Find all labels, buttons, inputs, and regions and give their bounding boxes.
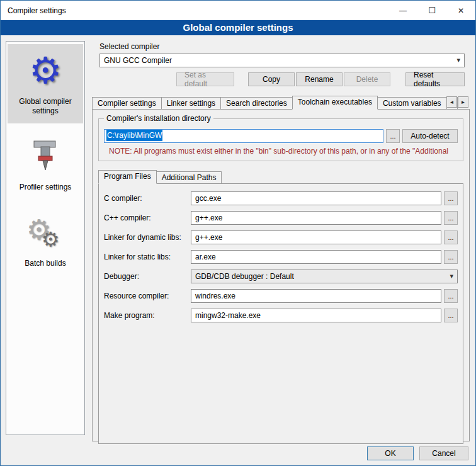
- cpp-compiler-label: C++ compiler:: [104, 213, 191, 222]
- dialog-header-title: Global compiler settings: [1, 20, 475, 35]
- settings-tabstrip: Compiler settings Linker settings Search…: [92, 95, 470, 109]
- copy-button[interactable]: Copy: [248, 72, 295, 86]
- tab-toolchain-executables[interactable]: Toolchain executables: [292, 96, 378, 110]
- make-program-row: Make program: mingw32-make.exe ...: [104, 309, 458, 322]
- static-linker-browse-button[interactable]: ...: [444, 250, 458, 264]
- ok-button[interactable]: OK: [367, 446, 414, 460]
- c-compiler-label: C compiler:: [104, 194, 191, 203]
- make-program-value: mingw32-make.exe: [195, 311, 261, 320]
- resource-compiler-value: windres.exe: [195, 292, 235, 300]
- dynamic-linker-row: Linker for dynamic libs: g++.exe ...: [104, 230, 458, 244]
- tab-scroll-right-icon[interactable]: ►: [458, 96, 468, 108]
- window-title: Compiler settings: [1, 6, 388, 15]
- cpp-compiler-value: g++.exe: [195, 213, 222, 222]
- settings-sidebar: ⚙ Global compiler settings Profiler sett…: [6, 41, 85, 435]
- debugger-label: Debugger:: [104, 272, 191, 281]
- c-compiler-value: gcc.exe: [195, 194, 221, 203]
- resource-compiler-browse-button[interactable]: ...: [444, 289, 458, 303]
- compiler-action-buttons: Set as default Copy Rename Delete Reset …: [99, 72, 465, 86]
- c-compiler-row: C compiler: gcc.exe ...: [104, 191, 458, 205]
- dynamic-linker-label: Linker for dynamic libs:: [104, 233, 191, 242]
- dynamic-linker-value: g++.exe: [195, 233, 222, 242]
- titlebar: Compiler settings — ☐ ✕: [1, 1, 475, 20]
- static-linker-value: ar.exe: [195, 253, 216, 261]
- sidebar-item-label: Profiler settings: [20, 183, 72, 192]
- reset-defaults-button[interactable]: Reset defaults: [405, 72, 465, 86]
- auto-detect-button[interactable]: Auto-detect: [402, 129, 458, 143]
- static-linker-label: Linker for static libs:: [104, 253, 191, 261]
- installation-directory-value: C:\raylib\MinGW: [106, 130, 162, 141]
- sidebar-item-label: Global compiler settings: [9, 97, 82, 116]
- tab-search-directories[interactable]: Search directories: [220, 97, 293, 109]
- installation-directory-note: NOTE: All programs must exist either in …: [109, 147, 458, 156]
- caption-buttons: — ☐ ✕: [388, 1, 475, 20]
- selected-compiler-label: Selected compiler: [99, 42, 470, 51]
- cpp-compiler-input[interactable]: g++.exe: [191, 211, 441, 225]
- tab-custom-variables[interactable]: Custom variables: [377, 97, 447, 109]
- main-content: Selected compiler GNU GCC Compiler ▾ Set…: [92, 37, 470, 441]
- close-button[interactable]: ✕: [446, 1, 475, 20]
- debugger-row: Debugger: GDB/CDB debugger : Default ▾: [104, 270, 458, 283]
- c-compiler-browse-button[interactable]: ...: [444, 191, 458, 205]
- sidebar-item-global-compiler-settings[interactable]: ⚙ Global compiler settings: [8, 44, 83, 123]
- set-as-default-button[interactable]: Set as default: [176, 72, 234, 86]
- maximize-button[interactable]: ☐: [417, 1, 446, 20]
- static-linker-row: Linker for static libs: ar.exe ...: [104, 250, 458, 264]
- make-program-browse-button[interactable]: ...: [444, 309, 458, 322]
- dynamic-linker-input[interactable]: g++.exe: [191, 230, 441, 244]
- resource-compiler-label: Resource compiler:: [104, 292, 191, 300]
- installation-directory-input[interactable]: C:\raylib\MinGW: [104, 129, 383, 143]
- program-files-panel: C compiler: gcc.exe ... C++ compiler: g+…: [98, 183, 463, 444]
- profiler-tool-icon: [25, 136, 65, 176]
- minimize-button[interactable]: —: [388, 1, 417, 20]
- tab-scroll-buttons: ◄ ►: [446, 96, 468, 108]
- tab-scroll-left-icon[interactable]: ◄: [446, 96, 457, 108]
- debugger-dropdown[interactable]: GDB/CDB debugger : Default ▾: [191, 270, 458, 283]
- resource-compiler-row: Resource compiler: windres.exe ...: [104, 289, 458, 303]
- installation-directory-browse-button[interactable]: ...: [386, 129, 400, 143]
- dialog-footer: OK Cancel: [367, 446, 468, 460]
- batch-builds-gears-icon: ⚙ ⚙: [25, 212, 65, 253]
- c-compiler-input[interactable]: gcc.exe: [191, 191, 441, 205]
- cancel-button[interactable]: Cancel: [419, 446, 468, 460]
- installation-directory-groupbox: Compiler's installation directory C:\ray…: [98, 118, 463, 161]
- subtab-additional-paths[interactable]: Additional Paths: [156, 171, 222, 183]
- subtab-program-files[interactable]: Program Files: [98, 170, 157, 184]
- sidebar-item-label: Batch builds: [25, 259, 65, 268]
- make-program-label: Make program:: [104, 311, 191, 320]
- toolchain-executables-panel: Compiler's installation directory C:\ray…: [92, 109, 470, 441]
- compiler-settings-window: Compiler settings — ☐ ✕ Global compiler …: [0, 0, 476, 466]
- selected-compiler-value: GNU GCC Compiler: [104, 56, 172, 65]
- delete-button[interactable]: Delete: [344, 72, 390, 86]
- selected-compiler-dropdown[interactable]: GNU GCC Compiler ▾: [99, 54, 465, 67]
- chevron-down-icon: ▾: [450, 272, 453, 280]
- installation-directory-row: C:\raylib\MinGW ... Auto-detect: [104, 129, 458, 143]
- tab-compiler-settings[interactable]: Compiler settings: [92, 97, 162, 109]
- rename-button[interactable]: Rename: [296, 72, 343, 86]
- cpp-compiler-row: C++ compiler: g++.exe ...: [104, 211, 458, 225]
- global-compiler-gear-icon: ⚙: [25, 50, 65, 91]
- sidebar-item-profiler-settings[interactable]: Profiler settings: [8, 130, 83, 200]
- chevron-down-icon: ▾: [456, 56, 460, 64]
- installation-directory-label: Compiler's installation directory: [104, 114, 213, 123]
- tab-linker-settings[interactable]: Linker settings: [161, 97, 221, 109]
- cpp-compiler-browse-button[interactable]: ...: [444, 211, 458, 225]
- sidebar-item-batch-builds[interactable]: ⚙ ⚙ Batch builds: [8, 206, 83, 276]
- program-files-tabstrip: Program Files Additional Paths: [98, 170, 463, 183]
- dynamic-linker-browse-button[interactable]: ...: [444, 230, 458, 244]
- resource-compiler-input[interactable]: windres.exe: [191, 289, 441, 303]
- make-program-input[interactable]: mingw32-make.exe: [191, 309, 441, 322]
- static-linker-input[interactable]: ar.exe: [191, 250, 441, 264]
- debugger-value: GDB/CDB debugger : Default: [195, 272, 294, 281]
